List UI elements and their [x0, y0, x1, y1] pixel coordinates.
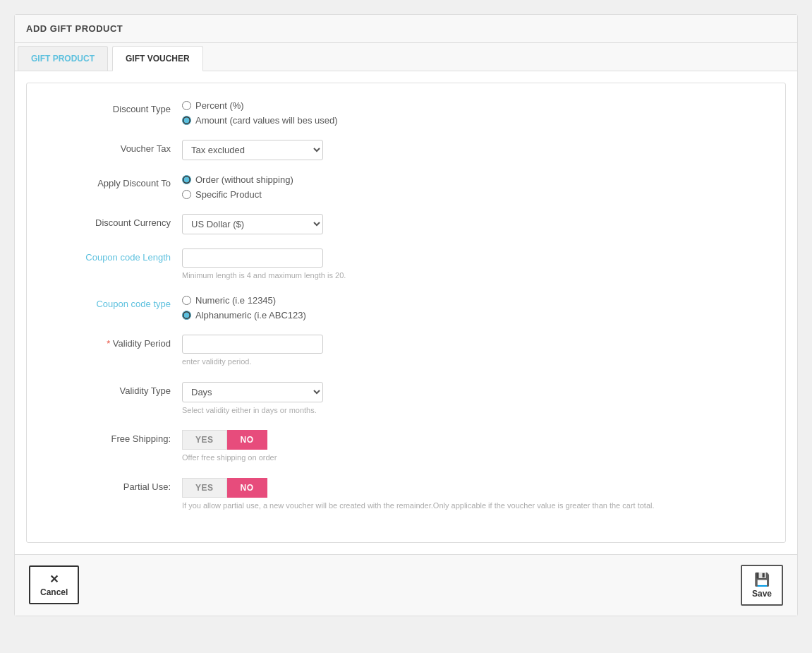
apply-discount-radio-group: Order (without shipping) Specific Produc… [182, 174, 771, 200]
apply-discount-controls: Order (without shipping) Specific Produc… [182, 174, 771, 200]
free-shipping-toggle: YES NO [182, 430, 771, 450]
discount-type-controls: Percent (%) Amount (card values will bes… [182, 100, 771, 126]
voucher-tax-row: Voucher Tax Tax excluded Tax included [41, 140, 771, 160]
validity-type-hint: Select validity either in days or months… [182, 405, 771, 416]
apply-discount-specific[interactable]: Specific Product [182, 189, 771, 200]
partial-use-controls: YES NO If you allow partial use, a new v… [182, 478, 771, 511]
discount-currency-label: Discount Currency [41, 214, 182, 228]
voucher-tax-select[interactable]: Tax excluded Tax included [182, 140, 323, 160]
coupon-code-type-controls: Numeric (i.e 12345) Alphanumeric (i.e AB… [182, 295, 771, 320]
coupon-code-type-row: Coupon code type Numeric (i.e 12345) Alp… [41, 295, 771, 320]
discount-type-amount-radio[interactable] [182, 116, 191, 125]
discount-currency-row: Discount Currency US Dollar ($) Euro (€)… [41, 214, 771, 234]
free-shipping-yes-button[interactable]: YES [182, 430, 227, 450]
coupon-code-length-input[interactable] [182, 248, 323, 268]
apply-discount-specific-radio[interactable] [182, 190, 191, 199]
validity-period-label: Validity Period [41, 335, 182, 349]
footer-bar: ✕ Cancel 💾 Save [15, 554, 797, 616]
page-title: ADD GIFT PRODUCT [26, 23, 123, 34]
partial-use-row: Partial Use: YES NO If you allow partial… [41, 478, 771, 511]
free-shipping-hint: Offer free shipping on order [182, 453, 771, 463]
validity-type-controls: Days Months Select validity either in da… [182, 382, 771, 416]
tab-gift-voucher[interactable]: GIFT VOUCHER [112, 46, 203, 71]
voucher-tax-controls: Tax excluded Tax included [182, 140, 771, 160]
free-shipping-no-button[interactable]: NO [227, 430, 267, 450]
page-header: ADD GIFT PRODUCT [15, 15, 797, 43]
partial-use-hint: If you allow partial use, a new voucher … [182, 501, 771, 511]
partial-use-toggle: YES NO [182, 478, 771, 498]
validity-period-row: Validity Period enter validity period. [41, 335, 771, 367]
discount-currency-controls: US Dollar ($) Euro (€) GBP (£) [182, 214, 771, 234]
coupon-type-alphanumeric[interactable]: Alphanumeric (i.e ABC123) [182, 310, 771, 320]
apply-discount-row: Apply Discount To Order (without shippin… [41, 174, 771, 200]
validity-type-row: Validity Type Days Months Select validit… [41, 382, 771, 416]
discount-currency-select[interactable]: US Dollar ($) Euro (€) GBP (£) [182, 214, 323, 234]
apply-discount-order[interactable]: Order (without shipping) [182, 174, 771, 185]
coupon-code-length-label: Coupon code Length [41, 248, 182, 263]
validity-type-label: Validity Type [41, 382, 182, 396]
apply-discount-label: Apply Discount To [41, 174, 182, 188]
discount-type-percent-radio[interactable] [182, 101, 191, 110]
coupon-type-numeric[interactable]: Numeric (i.e 12345) [182, 295, 771, 306]
validity-type-select[interactable]: Days Months [182, 382, 323, 402]
free-shipping-label: Free Shipping: [41, 430, 182, 444]
partial-use-no-button[interactable]: NO [227, 478, 267, 498]
coupon-code-length-controls: Minimum length is 4 and maximum length i… [182, 248, 771, 281]
free-shipping-row: Free Shipping: YES NO Offer free shippin… [41, 430, 771, 463]
discount-type-radio-group: Percent (%) Amount (card values will bes… [182, 100, 771, 126]
discount-type-row: Discount Type Percent (%) Amount (card v… [41, 100, 771, 126]
free-shipping-controls: YES NO Offer free shipping on order [182, 430, 771, 463]
coupon-code-length-hint: Minimum length is 4 and maximum length i… [182, 270, 771, 281]
discount-type-amount[interactable]: Amount (card values will bes used) [182, 115, 771, 126]
form-panel: Discount Type Percent (%) Amount (card v… [26, 83, 786, 543]
cancel-icon: ✕ [49, 573, 59, 586]
discount-type-percent[interactable]: Percent (%) [182, 100, 771, 111]
coupon-code-type-radio-group: Numeric (i.e 12345) Alphanumeric (i.e AB… [182, 295, 771, 320]
partial-use-label: Partial Use: [41, 478, 182, 492]
main-container: ADD GIFT PRODUCT GIFT PRODUCT GIFT VOUCH… [14, 14, 798, 616]
coupon-type-alphanumeric-radio[interactable] [182, 311, 191, 320]
validity-period-hint: enter validity period. [182, 357, 771, 367]
tab-gift-product[interactable]: GIFT PRODUCT [18, 46, 108, 71]
voucher-tax-label: Voucher Tax [41, 140, 182, 154]
coupon-code-length-row: Coupon code Length Minimum length is 4 a… [41, 248, 771, 281]
tabs-bar: GIFT PRODUCT GIFT VOUCHER [15, 43, 797, 71]
coupon-type-numeric-radio[interactable] [182, 296, 191, 305]
save-button[interactable]: 💾 Save [741, 565, 783, 606]
partial-use-yes-button[interactable]: YES [182, 478, 227, 498]
apply-discount-order-radio[interactable] [182, 175, 191, 184]
coupon-code-type-label: Coupon code type [41, 295, 182, 309]
cancel-button[interactable]: ✕ Cancel [29, 565, 79, 604]
save-icon: 💾 [754, 572, 770, 587]
discount-type-label: Discount Type [41, 100, 182, 114]
validity-period-input[interactable] [182, 335, 323, 354]
validity-period-controls: enter validity period. [182, 335, 771, 367]
